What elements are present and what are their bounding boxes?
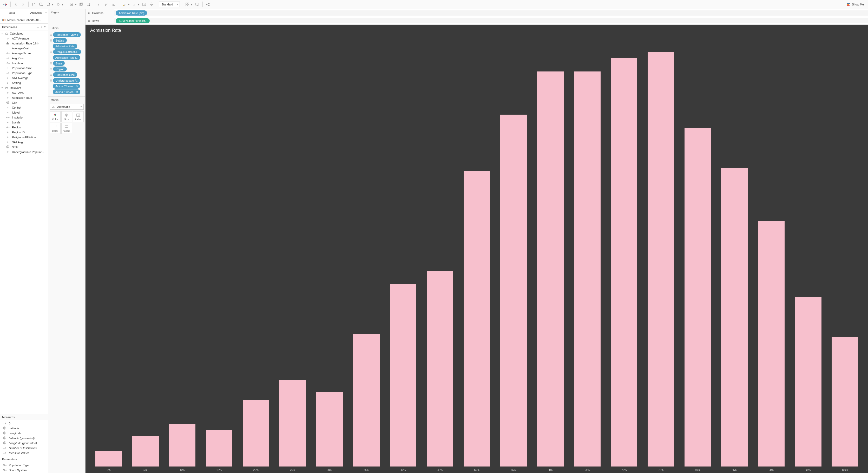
bar-25%[interactable] xyxy=(274,35,311,467)
measure-number-of-institutions[interactable]: =#Number of Institutions xyxy=(0,445,48,450)
chart-title[interactable]: Admission Rate xyxy=(90,28,863,33)
parameter-score-system[interactable]: AbcScore System xyxy=(0,468,48,472)
bar-5%[interactable] xyxy=(127,35,164,467)
field-religious-affiliation[interactable]: #Religious Affiliation xyxy=(0,135,48,139)
forward-icon[interactable] xyxy=(20,1,26,7)
bar-50%[interactable] xyxy=(458,35,495,467)
filter-pill[interactable]: Action (Popula.. ⟲ xyxy=(53,89,80,94)
measure-latitude-generated-[interactable]: Latitude (generated) xyxy=(0,436,48,441)
bar-70%[interactable] xyxy=(606,35,643,467)
field-sat-avg-[interactable]: #SAT Avg. xyxy=(0,139,48,145)
data-source-dropdown[interactable]: ▾ xyxy=(45,1,54,7)
tab-data[interactable]: Data xyxy=(0,9,24,16)
bar-45%[interactable] xyxy=(422,35,458,467)
presentation-icon[interactable] xyxy=(194,1,200,7)
bar-80%[interactable] xyxy=(679,35,716,467)
field-setting[interactable]: Setting xyxy=(0,80,48,85)
measure-longitude-generated-[interactable]: Longitude (generated) xyxy=(0,441,48,445)
datasource-row[interactable]: Most-Recent-Cohorts-All... xyxy=(0,17,48,24)
share-icon[interactable] xyxy=(205,1,211,7)
highlight-dropdown[interactable]: ▾ xyxy=(121,1,130,7)
field-locale[interactable]: #Locale xyxy=(0,120,48,125)
bar-100%[interactable] xyxy=(827,35,863,467)
bar-40%[interactable] xyxy=(384,35,422,467)
field-undergraduate-populat-[interactable]: #Undergraduate Populat... xyxy=(0,150,48,154)
columns-shelf[interactable]: iiiColumns Admission Rate (bin) xyxy=(86,9,868,17)
field-institution[interactable]: AbcInstitution xyxy=(0,115,48,120)
show-me-button[interactable]: Show Me xyxy=(845,2,866,7)
filter-pill[interactable]: Admission Rate xyxy=(53,44,77,49)
bar-0%[interactable] xyxy=(90,35,127,467)
bar-85%[interactable] xyxy=(716,35,753,467)
mark-label-button[interactable]: TLabel xyxy=(73,111,84,122)
bar-20%[interactable] xyxy=(238,35,274,467)
field-population-type[interactable]: =#Population Type xyxy=(0,70,48,75)
sort-asc-icon[interactable] xyxy=(103,1,110,7)
rows-shelf[interactable]: ≡Rows SUM(Number of Instit.. xyxy=(86,17,868,25)
mark-type-select[interactable]: Automatic xyxy=(50,104,84,110)
field-region-id[interactable]: #Region ID xyxy=(0,130,48,135)
visualization-canvas[interactable]: Admission Rate 0%5%10%15%20%25%30%35%40%… xyxy=(86,25,868,473)
bar-30%[interactable] xyxy=(311,35,348,467)
duplicate-sheet-icon[interactable] xyxy=(78,1,85,7)
field-control[interactable]: #Control xyxy=(0,105,48,110)
filter-pill[interactable]: Population Type: 1 xyxy=(53,32,81,37)
filter-pill[interactable]: Action (Contro.. ⟲ xyxy=(53,84,80,89)
measure-measure-values[interactable]: =#Measure Values xyxy=(0,450,48,455)
bar-90%[interactable] xyxy=(753,35,790,467)
field-act-avg-[interactable]: #ACT Avg. xyxy=(0,90,48,95)
filter-pill[interactable]: Population Size xyxy=(53,72,77,77)
filter-pill[interactable]: Region xyxy=(53,66,67,71)
swap-icon[interactable] xyxy=(96,1,102,7)
measure-latitude[interactable]: Latitude xyxy=(0,426,48,431)
bar-60%[interactable] xyxy=(532,35,569,467)
filter-pill[interactable]: Setting xyxy=(53,38,67,43)
field-act-average[interactable]: ACT Average xyxy=(0,36,48,41)
field-population-size[interactable]: Population Size xyxy=(0,65,48,70)
clear-sheet-icon[interactable] xyxy=(86,1,92,7)
bar-75%[interactable] xyxy=(643,35,679,467)
tab-analytics[interactable]: Analytics◇ xyxy=(24,9,48,16)
search-fields-icon[interactable]: ⌕ xyxy=(41,25,42,29)
mark-color-button[interactable]: Color xyxy=(50,111,61,122)
folder-relevant[interactable]: ▾🗀Relevant xyxy=(0,85,48,90)
new-data-icon[interactable] xyxy=(38,1,44,7)
bar-10%[interactable] xyxy=(164,35,200,467)
parameter-population-type[interactable]: AbcPopulation Type xyxy=(0,463,48,468)
field-city[interactable]: City xyxy=(0,100,48,105)
bar-15%[interactable] xyxy=(200,35,238,467)
rows-pill[interactable]: SUM(Number of Instit.. xyxy=(116,18,150,23)
field-admission-rate[interactable]: #Admission Rate xyxy=(0,95,48,100)
filter-pill[interactable]: State xyxy=(53,61,65,66)
bar-95%[interactable] xyxy=(790,35,827,467)
fields-menu-icon[interactable]: ▾ xyxy=(44,25,46,29)
pin-icon[interactable] xyxy=(148,1,155,7)
folder-calculated[interactable]: ▾🗀Calculated xyxy=(0,31,48,36)
tableau-logo[interactable] xyxy=(2,1,8,7)
bar-55%[interactable] xyxy=(495,35,532,467)
filter-pill[interactable]: Admission Rate (.. xyxy=(53,55,80,60)
refresh-dropdown[interactable]: ▾ xyxy=(55,1,64,7)
fit-mode-select[interactable]: Standard xyxy=(159,2,180,7)
filter-pill[interactable]: Undergraduate P.. xyxy=(53,78,80,83)
field-iclevel[interactable]: #Iclevel xyxy=(0,110,48,115)
field-average-cost[interactable]: Average Cost xyxy=(0,46,48,51)
columns-pill[interactable]: Admission Rate (bin) xyxy=(116,10,147,15)
mark-tooltip-button[interactable]: Tooltip xyxy=(61,123,72,134)
bar-65%[interactable] xyxy=(569,35,606,467)
field-avg-cost[interactable]: =#Avg. Cost xyxy=(0,56,48,61)
field-admission-rate-bin-[interactable]: Admission Rate (bin) xyxy=(0,41,48,46)
mark-size-button[interactable]: Size xyxy=(61,111,72,122)
new-worksheet-dropdown[interactable]: ▾ xyxy=(68,1,77,7)
field-location[interactable]: =AbcLocation xyxy=(0,61,48,65)
mark-detail-button[interactable]: Detail xyxy=(50,123,61,134)
field-region[interactable]: =AbcRegion xyxy=(0,125,48,130)
field-state[interactable]: State xyxy=(0,145,48,150)
dashboard-dropdown[interactable]: ▾ xyxy=(184,1,193,7)
bar-35%[interactable] xyxy=(348,35,385,467)
save-icon[interactable] xyxy=(31,1,37,7)
back-icon[interactable] xyxy=(13,1,19,7)
attachment-dropdown[interactable]: ▾ xyxy=(131,1,140,7)
filter-pill[interactable]: Religious Affiliatio.. xyxy=(53,50,81,54)
measure-longitude[interactable]: Longitude xyxy=(0,431,48,436)
